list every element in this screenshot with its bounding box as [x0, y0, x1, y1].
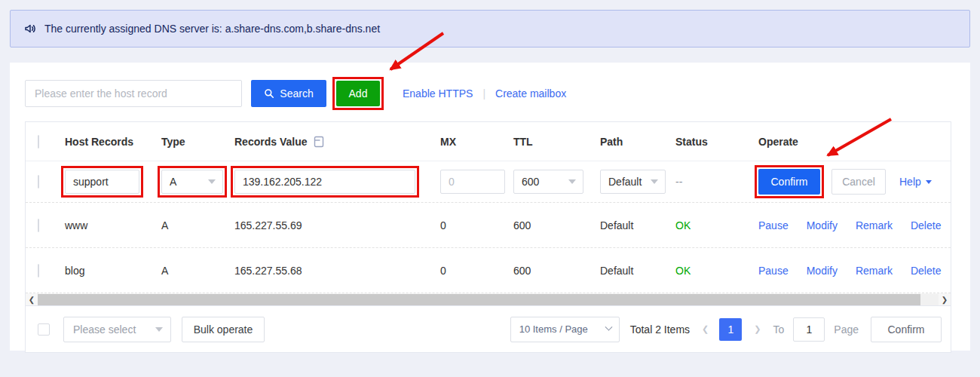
- host-record-input[interactable]: [65, 170, 139, 194]
- toolbar: Search Add Enable HTTPS | Create mailbox: [25, 77, 951, 109]
- enable-https-link[interactable]: Enable HTTPS: [403, 87, 473, 100]
- table-row: blog A 165.227.55.68 0 600 Default OK Pa…: [26, 248, 951, 293]
- page-size-value: 10 Items / Page: [519, 323, 588, 335]
- annotation-box-value: [231, 166, 419, 198]
- annotation-box-confirm: Confirm: [755, 165, 824, 198]
- table-row: www A 165.227.55.69 0 600 Default OK Pau…: [26, 203, 951, 248]
- scroll-right-icon[interactable]: ❯: [939, 293, 951, 306]
- row-checkbox[interactable]: [38, 219, 39, 232]
- status-ok: OK: [675, 219, 691, 231]
- total-items-text: Total 2 Items: [630, 323, 690, 336]
- footer-confirm-button[interactable]: Confirm: [871, 317, 942, 342]
- record-value-input[interactable]: [234, 170, 415, 194]
- search-icon: [264, 88, 274, 99]
- records-table: Host Records Type Records Value MX TTL P…: [25, 121, 951, 353]
- bulk-operate-button[interactable]: Bulk operate: [182, 317, 265, 342]
- chevron-down-icon: [208, 179, 216, 184]
- cell-value: 165.227.55.69: [234, 219, 440, 231]
- delete-link[interactable]: Delete: [911, 265, 941, 277]
- header-path: Path: [600, 136, 675, 148]
- search-button-label: Search: [280, 87, 313, 100]
- path-select-value: Default: [608, 176, 642, 188]
- annotation-box-type: A: [158, 166, 227, 198]
- toolbar-links: Enable HTTPS | Create mailbox: [403, 87, 566, 100]
- type-select-value: A: [170, 176, 176, 188]
- bulk-action-placeholder: Please select: [73, 323, 136, 336]
- scroll-left-icon[interactable]: ❮: [26, 293, 38, 306]
- cancel-button[interactable]: Cancel: [831, 169, 886, 195]
- content-card: Search Add Enable HTTPS | Create mailbox…: [10, 63, 970, 351]
- ttl-select-value: 600: [522, 176, 539, 188]
- cell-mx: 0: [440, 219, 513, 231]
- cell-type: A: [161, 265, 234, 277]
- row-checkbox[interactable]: [38, 175, 39, 188]
- pause-link[interactable]: Pause: [758, 265, 789, 277]
- cell-path: Default: [600, 265, 675, 277]
- remark-link[interactable]: Remark: [856, 265, 893, 277]
- table-footer: Please select Bulk operate 10 Items / Pa…: [26, 306, 951, 352]
- help-dropdown[interactable]: Help: [899, 176, 932, 188]
- status-ok: OK: [675, 265, 691, 277]
- footer-select-all-checkbox[interactable]: [38, 323, 50, 336]
- chevron-down-icon: [651, 179, 658, 184]
- chevron-down-icon: [605, 323, 612, 331]
- page-size-select[interactable]: 10 Items / Page: [510, 317, 620, 342]
- header-type: Type: [161, 136, 234, 148]
- table-header-row: Host Records Type Records Value MX TTL P…: [26, 122, 951, 161]
- cell-path: Default: [600, 219, 675, 231]
- ttl-select[interactable]: 600: [513, 170, 583, 194]
- current-page-button[interactable]: 1: [719, 318, 742, 341]
- next-page-icon[interactable]: ❯: [754, 324, 761, 334]
- header-ttl: TTL: [513, 136, 600, 148]
- delete-link[interactable]: Delete: [911, 219, 941, 231]
- header-mx: MX: [440, 136, 513, 148]
- header-records-value: Records Value: [234, 136, 308, 148]
- link-divider: |: [482, 87, 485, 100]
- path-select[interactable]: Default: [600, 170, 666, 194]
- announcement-speaker-icon: [23, 22, 37, 35]
- goto-page-input[interactable]: [793, 317, 825, 342]
- scrollbar-track[interactable]: [920, 294, 939, 305]
- modify-link[interactable]: Modify: [807, 265, 838, 277]
- annotation-box-add: Add: [332, 77, 384, 110]
- add-button[interactable]: Add: [336, 81, 380, 106]
- remark-link[interactable]: Remark: [856, 219, 893, 231]
- scrollbar-thumb[interactable]: [38, 294, 920, 305]
- mx-input[interactable]: [440, 170, 505, 194]
- header-operate: Operate: [758, 136, 951, 148]
- prev-page-icon[interactable]: ❮: [702, 324, 709, 334]
- header-status: Status: [675, 136, 758, 148]
- row-checkbox[interactable]: [38, 264, 39, 277]
- search-input[interactable]: [25, 80, 242, 107]
- select-all-checkbox[interactable]: [38, 135, 39, 149]
- cell-type: A: [161, 219, 234, 231]
- horizontal-scrollbar: ❮ ❯: [26, 293, 951, 306]
- modify-link[interactable]: Modify: [807, 219, 838, 231]
- dns-notice-banner: The currently assigned DNS server is: a.…: [10, 10, 970, 48]
- create-mailbox-link[interactable]: Create mailbox: [495, 87, 566, 100]
- chevron-down-icon: [568, 179, 576, 184]
- goto-label: To: [773, 323, 785, 336]
- page-label: Page: [834, 323, 859, 336]
- header-host: Host Records: [65, 136, 161, 148]
- cell-host: blog: [65, 265, 161, 277]
- cell-ttl: 600: [513, 219, 600, 231]
- help-label: Help: [899, 176, 921, 188]
- status-value: --: [675, 176, 682, 188]
- type-select[interactable]: A: [161, 170, 223, 194]
- dns-notice-text: The currently assigned DNS server is: a.…: [44, 23, 380, 35]
- chevron-down-icon: [926, 180, 932, 184]
- cell-ttl: 600: [513, 265, 600, 277]
- search-button[interactable]: Search: [251, 80, 326, 107]
- cell-host: www: [65, 219, 161, 231]
- confirm-button[interactable]: Confirm: [758, 169, 820, 195]
- chevron-down-icon: [155, 327, 163, 332]
- bulk-action-select[interactable]: Please select: [63, 317, 171, 342]
- edit-record-row: A 600 Default: [26, 161, 951, 203]
- pause-link[interactable]: Pause: [758, 219, 789, 231]
- annotation-box-host: [61, 166, 143, 198]
- cell-value: 165.227.55.68: [234, 265, 440, 277]
- cell-mx: 0: [440, 265, 513, 277]
- records-value-display-icon[interactable]: [314, 136, 324, 148]
